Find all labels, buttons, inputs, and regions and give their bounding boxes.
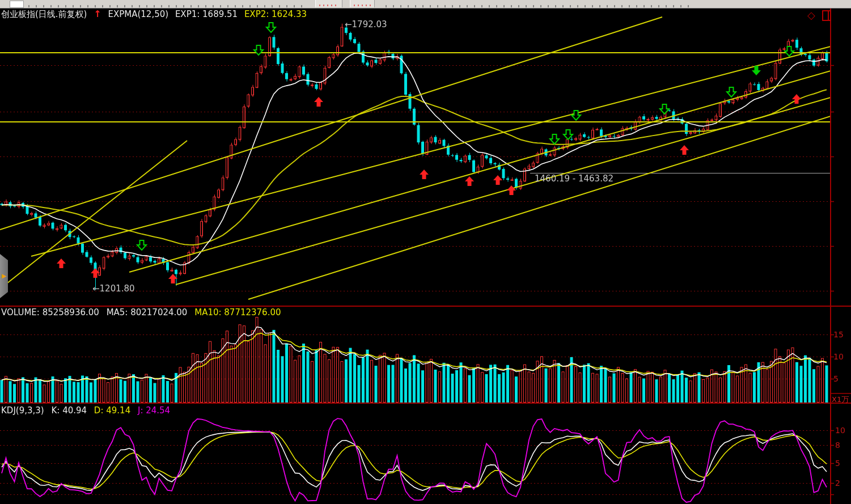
kdj-axis-label: 10 [835, 426, 845, 435]
toolbar-button-2[interactable] [350, 0, 375, 7]
top-menu-bar[interactable] [0, 0, 851, 9]
volume-axis-label: 15 [833, 330, 844, 339]
toolbar-button-1[interactable] [315, 0, 342, 7]
exp2-value: EXP2: 1624.33 [244, 9, 307, 19]
volume-value: VOLUME: 85258936.00 [1, 307, 99, 317]
kdj-label[interactable]: KDJ(9,3,3) [1, 405, 44, 416]
peak-price-annotation: ←1792.03 [345, 19, 387, 29]
expand-arrow-icon: ▶ [2, 273, 6, 279]
kdj-j-value: J: 24.54 [138, 405, 170, 416]
volume-unit-label: X1万 [832, 395, 849, 405]
price-chart-canvas[interactable] [0, 0, 851, 504]
sidebar-expand-handle[interactable]: ▶ [0, 254, 8, 298]
trading-app-window: 创业板指(日线.前复权) ↑ EXPMA(12,50) EXP1: 1689.5… [0, 0, 851, 504]
kdj-k-value: K: 40.94 [51, 405, 87, 416]
clipped-menu-text [28, 5, 306, 7]
volume-axis-label: 10 [833, 352, 844, 361]
low-price-annotation: ←1201.80 [92, 283, 135, 294]
volume-axis-label: 5 [833, 374, 839, 383]
kdj-axis-label: 5 [835, 459, 840, 468]
clipped-menu-text-2 [386, 5, 692, 7]
kdj-axis-label: 8 [835, 441, 840, 450]
volume-pane-header: VOLUME: 85258936.00 MA5: 80217024.00 MA1… [1, 307, 286, 317]
buy-signal-arrow-icon: ↑ [94, 9, 101, 19]
kdj-d-value: D: 49.14 [94, 405, 130, 416]
window-split-icon[interactable] [822, 10, 831, 21]
exp1-value: EXP1: 1689.51 [175, 9, 238, 19]
indicator-label[interactable]: EXPMA(12,50) [108, 9, 168, 19]
symbol-title: 创业板指(日线.前复权) [1, 9, 87, 19]
toolbar-field [10, 1, 24, 8]
volume-ma5-value: MA5: 80217024.00 [107, 307, 188, 317]
main-chart-header: 创业板指(日线.前复权) ↑ EXPMA(12,50) EXP1: 1689.5… [1, 9, 311, 20]
kdj-axis-label: 2 [835, 478, 840, 488]
volume-ma10-value: MA10: 87712376.00 [194, 307, 281, 317]
kdj-pane-header: KDJ(9,3,3) K: 40.94 D: 49.14 J: 24.54 [1, 405, 175, 416]
gap-range-annotation: 1460.19 - 1463.82 [535, 173, 613, 184]
diamond-icon[interactable]: ◇ [807, 9, 815, 21]
